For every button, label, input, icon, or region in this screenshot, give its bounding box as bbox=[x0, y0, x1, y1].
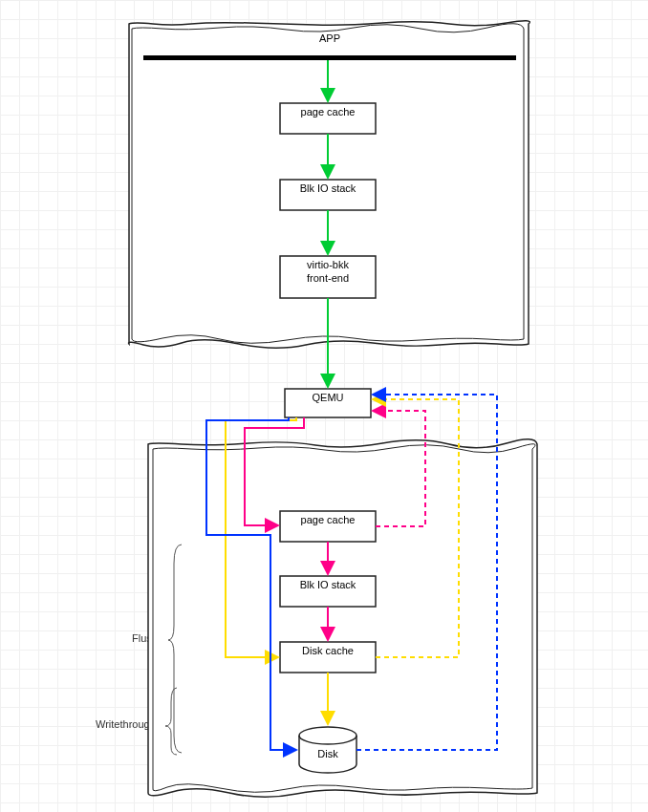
node-blkio-guest: Blk IO stack bbox=[280, 180, 376, 210]
node-diskcache: Disk cache bbox=[280, 642, 376, 673]
svg-point-7 bbox=[299, 727, 356, 744]
guest-separator bbox=[143, 55, 516, 60]
node-app-label: APP bbox=[319, 32, 340, 44]
node-qemu: QEMU bbox=[285, 389, 371, 417]
svg-text:Disk: Disk bbox=[317, 748, 338, 759]
node-blkio-host: Blk IO stack bbox=[280, 576, 376, 607]
diagram-canvas: APP page cache Blk IO stack virtio-bkk f… bbox=[0, 0, 648, 812]
node-pagecache-guest: page cache bbox=[280, 103, 376, 134]
node-pagecache-host: page cache bbox=[280, 511, 376, 542]
node-virtio: virtio-bkk front-end bbox=[280, 256, 376, 298]
